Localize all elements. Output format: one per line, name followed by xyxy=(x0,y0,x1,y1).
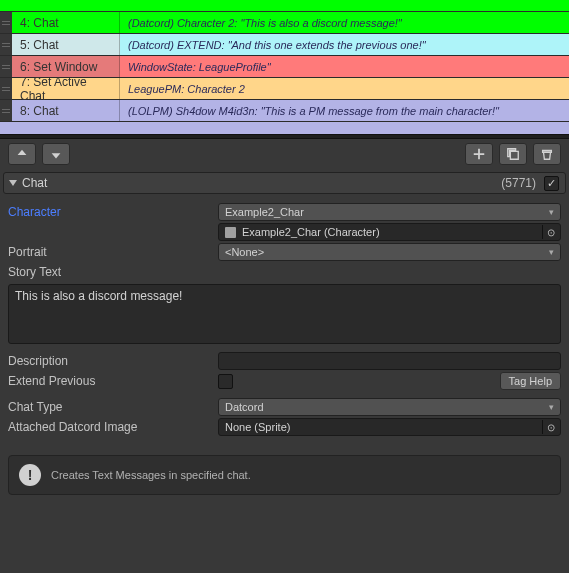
extend-previous-label: Extend Previous xyxy=(8,374,218,388)
add-button[interactable] xyxy=(465,143,493,165)
extend-previous-checkbox[interactable] xyxy=(218,374,233,389)
drag-handle-icon[interactable] xyxy=(0,12,12,33)
move-down-button[interactable] xyxy=(42,143,70,165)
timeline-row-content: (Datcord) Character 2: "This is also a d… xyxy=(120,12,569,33)
story-text-input[interactable] xyxy=(8,284,561,344)
timeline-row-content: WindowState: LeagueProfile" xyxy=(120,56,569,77)
drag-handle-icon[interactable] xyxy=(0,78,12,99)
timeline-row-label: 8: Chat xyxy=(12,100,120,121)
timeline-list: 4: Chat(Datcord) Character 2: "This is a… xyxy=(0,0,569,134)
description-input[interactable] xyxy=(218,352,561,370)
section-enabled-checkbox[interactable]: ✓ xyxy=(544,176,559,191)
tag-help-button[interactable]: Tag Help xyxy=(500,372,561,390)
drag-handle-icon[interactable] xyxy=(0,100,12,121)
timeline-row-content: (Datcord) EXTEND: "And this one extends … xyxy=(120,34,569,55)
move-up-button[interactable] xyxy=(8,143,36,165)
description-label: Description xyxy=(8,354,218,368)
attached-image-field[interactable]: None (Sprite) ⊙ xyxy=(218,418,561,436)
character-object-field[interactable]: Example2_Char (Character) ⊙ xyxy=(218,223,561,241)
chat-type-label: Chat Type xyxy=(8,400,218,414)
portrait-label: Portrait xyxy=(8,245,218,259)
info-help-box: ! Creates Text Messages in specified cha… xyxy=(8,455,561,495)
timeline-row-label: 7: Set Active Chat xyxy=(12,78,120,99)
delete-button[interactable] xyxy=(533,143,561,165)
attached-image-label: Attached Datcord Image xyxy=(8,420,218,434)
section-title: Chat xyxy=(22,176,47,190)
object-picker-icon[interactable]: ⊙ xyxy=(542,420,558,434)
drag-handle-icon[interactable] xyxy=(0,56,12,77)
character-label[interactable]: Character xyxy=(8,205,218,219)
timeline-row[interactable]: 8: Chat(LOLPM) Sh4dow M4id3n: "This is a… xyxy=(0,100,569,122)
timeline-row-label: 4: Chat xyxy=(12,12,120,33)
character-dropdown[interactable]: Example2_Char xyxy=(218,203,561,221)
chat-type-dropdown[interactable]: Datcord xyxy=(218,398,561,416)
portrait-dropdown[interactable]: <None> xyxy=(218,243,561,261)
drag-handle-icon[interactable] xyxy=(0,34,12,55)
info-icon: ! xyxy=(19,464,41,486)
timeline-row-content: LeaguePM: Character 2 xyxy=(120,78,569,99)
section-count: (5771) xyxy=(501,176,536,190)
timeline-row[interactable]: 5: Chat(Datcord) EXTEND: "And this one e… xyxy=(0,34,569,56)
timeline-row-label: 5: Chat xyxy=(12,34,120,55)
object-picker-icon[interactable]: ⊙ xyxy=(542,225,558,239)
inspector-fields: Character Example2_Char Example2_Char (C… xyxy=(0,200,569,447)
story-text-label: Story Text xyxy=(8,265,218,279)
timeline-row-content: (LOLPM) Sh4dow M4id3n: "This is a PM mes… xyxy=(120,100,569,121)
timeline-row[interactable]: 4: Chat(Datcord) Character 2: "This is a… xyxy=(0,12,569,34)
foldout-icon xyxy=(9,180,17,186)
timeline-row[interactable]: 7: Set Active ChatLeaguePM: Character 2 xyxy=(0,78,569,100)
asset-icon xyxy=(225,227,236,238)
inspector-toolbar xyxy=(0,139,569,169)
section-header[interactable]: Chat (5771) ✓ xyxy=(3,172,566,194)
duplicate-button[interactable] xyxy=(499,143,527,165)
info-text: Creates Text Messages in specified chat. xyxy=(51,469,251,481)
